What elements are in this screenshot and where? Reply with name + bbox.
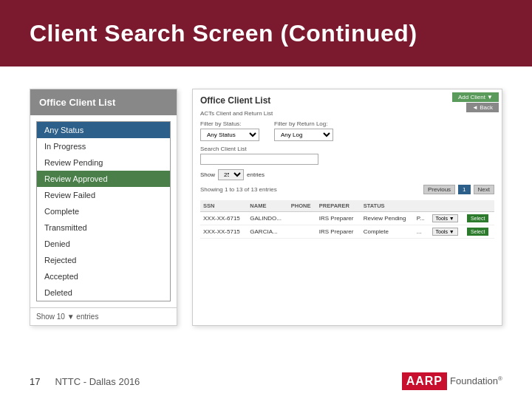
dropdown-item-review-approved[interactable]: Review Approved	[37, 171, 170, 187]
tools-button[interactable]: Tools ▼	[432, 214, 458, 222]
col-tools-header	[429, 200, 464, 212]
dropdown-item-transmitted[interactable]: Transmitted	[37, 219, 170, 236]
cell-name: GARCIA...	[247, 225, 288, 239]
col-status: STATUS	[361, 200, 414, 212]
next-page-button[interactable]: Next	[474, 185, 494, 194]
select-button[interactable]: Select	[467, 228, 488, 236]
cell-name: GALINDO...	[247, 212, 288, 225]
left-panel-footer: Show 10 ▼ entries	[30, 307, 177, 325]
page-title: Client Search Screen (Continued)	[30, 20, 417, 47]
cell-status: Review Pending	[361, 212, 414, 225]
page-1-button[interactable]: 1	[458, 185, 470, 194]
select-button[interactable]: Select	[467, 214, 488, 222]
col-ssn: SSN	[200, 200, 247, 212]
foundation-text: Foundation®	[450, 375, 502, 386]
pagination: Previous 1 Next	[423, 185, 494, 194]
filter-section: Filter by Status: Any Status Filter by R…	[200, 120, 494, 141]
dropdown-item-any-status[interactable]: Any Status	[37, 122, 170, 138]
col-name: NAME	[247, 200, 288, 212]
cell-preparer: IRS Preparer	[316, 212, 361, 225]
entries-label: entries	[247, 171, 265, 178]
add-client-button[interactable]: Add Client ▼	[452, 92, 499, 102]
cell-phone	[288, 225, 316, 239]
col-phone: PHONE	[288, 200, 316, 212]
filter-status-select[interactable]: Any Status	[200, 129, 259, 141]
filter-return-log-select[interactable]: Any Log	[274, 129, 333, 141]
right-panel-subtitle: ACTs Client and Return List	[200, 110, 494, 117]
page-number: 17	[30, 376, 40, 387]
cell-status: Complete	[361, 225, 414, 239]
dropdown-item-rejected[interactable]: Rejected	[37, 252, 170, 268]
dropdown-item-complete[interactable]: Complete	[37, 203, 170, 219]
table-row: XXX-XX-6715 GALINDO... IRS Preparer Revi…	[200, 212, 494, 225]
tools-button[interactable]: Tools ▼	[432, 228, 458, 236]
col-select-header	[464, 200, 494, 212]
search-section: Search Client List	[200, 146, 494, 165]
dropdown-item-review-failed[interactable]: Review Failed	[37, 187, 170, 203]
col-extra1	[414, 200, 429, 212]
results-info: Showing 1 to 13 of 13 entries	[200, 186, 277, 193]
cell-extra: P...	[414, 212, 429, 225]
prev-page-button[interactable]: Previous	[423, 185, 455, 194]
header-banner: Client Search Screen (Continued)	[0, 0, 532, 66]
cell-ssn: XXX-XX-5715	[200, 225, 247, 239]
filter-return-log-label: Filter by Return Log:	[274, 120, 333, 127]
show-entries-select[interactable]: 25	[218, 169, 244, 180]
cell-preparer: IRS Preparer	[316, 225, 361, 239]
table-row: XXX-XX-5715 GARCIA... IRS Preparer Compl…	[200, 225, 494, 239]
aarp-wordmark: AARP	[402, 372, 447, 390]
right-panel-title: Office Client List	[200, 95, 494, 106]
dropdown-item-accepted[interactable]: Accepted	[37, 268, 170, 284]
filter-group-status: Filter by Status: Any Status	[200, 120, 259, 141]
aarp-logo: AARP Foundation®	[402, 372, 502, 390]
footer: 17 NTTC - Dallas 2016 AARP Foundation®	[0, 372, 532, 390]
show-section: Show 25 entries	[200, 169, 494, 180]
client-table: SSN NAME PHONE PREPARER STATUS XXX-XX-67…	[200, 200, 494, 239]
show-label: Show	[200, 171, 215, 178]
search-input[interactable]	[200, 154, 318, 165]
left-panel: Office Client List Any Status In Progres…	[30, 89, 177, 326]
footer-label: NTTC - Dallas 2016	[55, 376, 401, 387]
col-preparer: PREPARER	[316, 200, 361, 212]
filter-status-label: Filter by Status:	[200, 120, 259, 127]
left-panel-title: Office Client List	[30, 89, 177, 115]
status-dropdown[interactable]: Any Status In Progress Review Pending Re…	[36, 121, 171, 301]
main-content: Office Client List Any Status In Progres…	[0, 74, 532, 341]
filter-group-return-log: Filter by Return Log: Any Log	[274, 120, 333, 141]
cell-ssn: XXX-XX-6715	[200, 212, 247, 225]
dropdown-item-denied[interactable]: Denied	[37, 236, 170, 252]
dropdown-item-in-progress[interactable]: In Progress	[37, 138, 170, 154]
right-panel: Add Client ▼ ◄ Back Office Client List A…	[192, 89, 502, 326]
dropdown-item-review-pending[interactable]: Review Pending	[37, 154, 170, 171]
cell-phone	[288, 212, 316, 225]
dropdown-item-deleted[interactable]: Deleted	[37, 284, 170, 301]
back-button[interactable]: ◄ Back	[466, 103, 499, 112]
cell-extra: ...	[414, 225, 429, 239]
search-label: Search Client List	[200, 146, 494, 152]
